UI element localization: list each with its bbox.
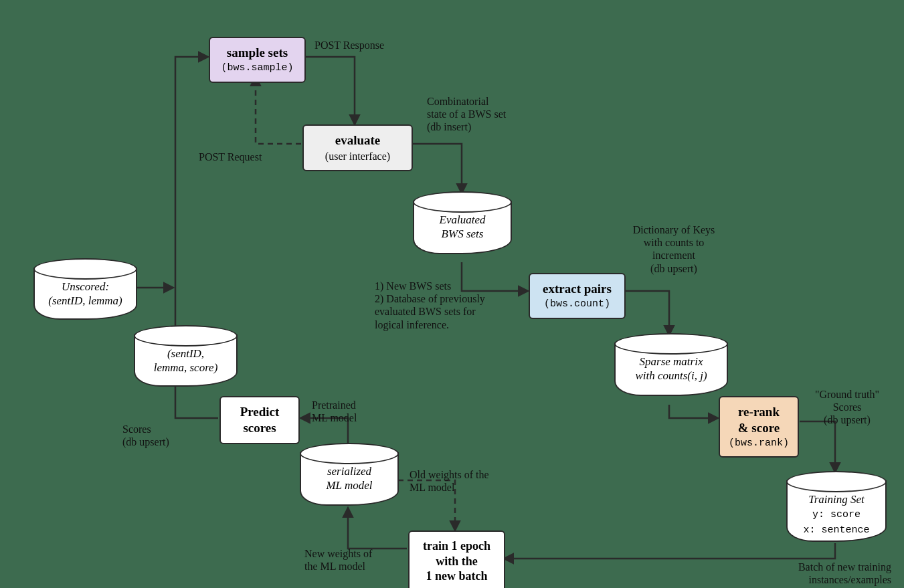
node-title: re-rank & score <box>738 404 780 436</box>
node-title: sample sets <box>227 45 288 61</box>
db-training-x: x: sentence <box>803 524 869 536</box>
db-label: Training Set y: score x: sentence <box>788 492 885 537</box>
node-title: extract pairs <box>543 281 612 297</box>
annot-eval-notes: 1) New BWS sets 2) Database of previousl… <box>375 280 485 331</box>
node-title: Predict scores <box>240 404 280 436</box>
node-title: evaluate <box>335 132 381 149</box>
node-train-epoch: train 1 epoch with the 1 new batch <box>408 530 505 588</box>
annot-old-weights: Old weights of the ML model <box>410 468 489 494</box>
db-training-set: Training Set y: score x: sentence <box>786 480 887 542</box>
node-rerank-score: re-rank & score (bws.rank) <box>719 396 799 458</box>
db-label: (sentID, lemma, score) <box>135 347 236 375</box>
node-predict-scores: Predict scores <box>219 396 300 444</box>
annot-pretrained: Pretrained ML model <box>312 399 357 424</box>
db-serialized-ml: serialized ML model <box>300 452 399 506</box>
annot-ground-truth: "Ground truth" Scores (db upsert) <box>800 388 894 427</box>
db-label: Evaluated BWS sets <box>414 213 511 241</box>
annot-scores-upsert: Scores (db upsert) <box>122 423 169 448</box>
db-evaluated-bws: Evaluated BWS sets <box>413 201 512 254</box>
db-training-y: y: score <box>812 509 861 520</box>
node-sub: (bws.rank) <box>729 437 789 450</box>
db-training-title: Training Set <box>808 493 865 506</box>
db-sparse-matrix: Sparse matrix with counts(i, j) <box>614 342 728 396</box>
db-label: serialized ML model <box>301 464 397 493</box>
node-extract-pairs: extract pairs (bws.count) <box>529 273 626 319</box>
annot-new-weights: New weights of the ML model <box>304 547 372 573</box>
node-evaluate: evaluate (user interface) <box>302 124 413 171</box>
annot-dict-keys: Dictionary of Keys with counts to increm… <box>617 223 731 275</box>
annot-batch-new: Batch of new training instances/examples <box>757 561 891 586</box>
db-label: Sparse matrix with counts(i, j) <box>616 355 727 383</box>
diagram-canvas: sample sets (bws.sample) evaluate (user … <box>0 0 904 588</box>
node-sub: (bws.sample) <box>221 62 293 75</box>
node-sub: (bws.count) <box>544 298 610 311</box>
db-label: Unscored: (sentID, lemma) <box>35 280 136 308</box>
annot-comb-state: Combinatorial state of a BWS set (db ins… <box>427 95 506 134</box>
node-sub: (user interface) <box>325 150 390 163</box>
db-scored: (sentID, lemma, score) <box>134 334 238 387</box>
annot-post-response: POST Response <box>314 39 384 52</box>
db-unscored: Unscored: (sentID, lemma) <box>33 268 137 320</box>
annot-post-request: POST Request <box>199 151 262 163</box>
node-title: train 1 epoch with the 1 new batch <box>423 538 490 584</box>
node-sample-sets: sample sets (bws.sample) <box>209 37 306 83</box>
